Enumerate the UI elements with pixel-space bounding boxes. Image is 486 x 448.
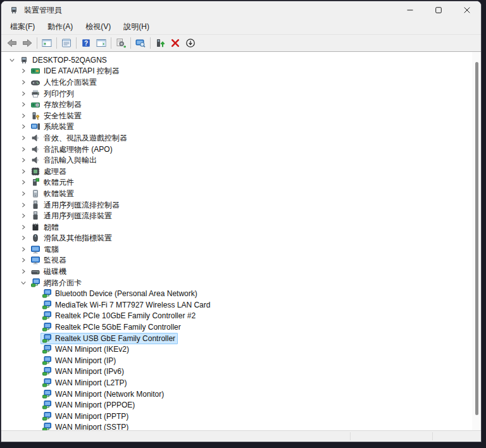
tree-item-box[interactable]: 網路介面卡 (29, 277, 84, 289)
tree-item-box[interactable]: WAN Miniport (PPTP) (40, 411, 131, 422)
tree-item-selected-box[interactable]: Realtek USB GbE Family Controller (40, 333, 178, 344)
scrollbar-thumb[interactable] (475, 62, 478, 415)
tree-item[interactable]: 音效、視訊及遊戲控制器 (1, 132, 481, 144)
tree-item-box[interactable]: WAN Miniport (L2TP) (40, 377, 130, 389)
chevron-collapsed-icon[interactable] (18, 244, 29, 254)
tree-item[interactable]: Realtek USB GbE Family Controller (1, 333, 481, 344)
tree-item-box[interactable]: 軟體裝置 (29, 188, 77, 199)
tree-item[interactable]: 存放控制器 (1, 99, 481, 110)
tree-item-box[interactable]: 處理器 (29, 166, 69, 177)
chevron-collapsed-icon[interactable] (18, 177, 29, 187)
minimize-button[interactable] (396, 1, 424, 19)
remote-search-button[interactable] (133, 36, 148, 50)
tree-item[interactable]: Bluetooth Device (Personal Area Network) (1, 288, 481, 299)
tree-item-box[interactable]: 人性化介面裝置 (29, 77, 99, 88)
properties-button[interactable] (59, 36, 74, 50)
tree-item[interactable]: Realtek PCIe 10GbE Family Controller #2 (1, 311, 481, 322)
tree-item[interactable]: IDE ATA/ATAPI 控制器 (1, 66, 481, 77)
chevron-collapsed-icon[interactable] (18, 155, 29, 165)
tree-item-box[interactable]: WAN Miniport (Network Monitor) (40, 389, 166, 400)
tree-item-box[interactable]: 軟體元件 (29, 177, 77, 188)
chevron-collapsed-icon[interactable] (18, 266, 29, 277)
tree-item[interactable]: DESKTOP-52QAGNS (1, 54, 481, 66)
disable-device-button[interactable] (183, 36, 198, 50)
tree-item-box[interactable]: 音訊處理物件 (APO) (29, 144, 115, 155)
chevron-collapsed-icon[interactable] (18, 121, 29, 132)
chevron-collapsed-icon[interactable] (18, 99, 29, 109)
chevron-collapsed-icon[interactable] (18, 222, 29, 232)
chevron-collapsed-icon[interactable] (18, 133, 29, 143)
tree-item-box[interactable]: WAN Miniport (PPPOE) (40, 399, 137, 411)
tree-item[interactable]: 監視器 (1, 255, 481, 266)
tree-item-box[interactable]: WAN Miniport (IKEv2) (40, 344, 132, 355)
chevron-collapsed-icon[interactable] (18, 211, 29, 221)
tree-item[interactable]: 軟體元件 (1, 177, 481, 189)
menu-item-view[interactable]: 檢視(V) (79, 20, 117, 34)
tree-item[interactable]: 列印佇列 (1, 88, 481, 99)
vertical-scrollbar[interactable] (472, 52, 481, 430)
menu-item-help[interactable]: 說明(H) (117, 20, 156, 34)
tree-item[interactable]: 通用序列匯流排控制器 (1, 199, 481, 211)
tree-item[interactable]: WAN Miniport (IKEv2) (1, 344, 481, 355)
tree-item-box[interactable]: 音效、視訊及遊戲控制器 (29, 132, 130, 144)
tree-item[interactable]: WAN Miniport (IP) (1, 355, 481, 366)
tree-item[interactable]: WAN Miniport (L2TP) (1, 377, 481, 389)
tree-item[interactable]: WAN Miniport (PPPOE) (1, 399, 481, 411)
tree-item[interactable]: 系統裝置 (1, 121, 481, 133)
chevron-expanded-icon[interactable] (18, 278, 29, 288)
tree-item-box[interactable]: WAN Miniport (IP) (40, 355, 118, 366)
tree-item[interactable]: 軟體裝置 (1, 188, 481, 199)
title-bar[interactable]: 裝置管理員 (1, 1, 481, 19)
tree-item-box[interactable]: 滑鼠及其他指標裝置 (29, 232, 115, 244)
chevron-collapsed-icon[interactable] (18, 189, 29, 199)
tree-item-box[interactable]: MediaTek Wi-Fi 7 MT7927 Wireless LAN Car… (40, 299, 213, 311)
tree-item[interactable]: Realtek PCIe 5GbE Family Controller (1, 321, 481, 333)
tree-item-box[interactable]: 韌體 (29, 221, 61, 233)
chevron-expanded-icon[interactable] (6, 55, 18, 65)
chevron-collapsed-icon[interactable] (18, 77, 29, 87)
uninstall-device-button[interactable] (168, 36, 183, 50)
tree-item[interactable]: 處理器 (1, 166, 481, 177)
tree-item[interactable]: WAN Miniport (SSTP) (1, 422, 481, 430)
tree-item-box[interactable]: IDE ATA/ATAPI 控制器 (29, 65, 122, 77)
tree-item[interactable]: 音訊處理物件 (APO) (1, 144, 481, 155)
tree-item-box[interactable]: 電腦 (29, 244, 61, 255)
back-button[interactable] (4, 36, 20, 50)
forward-button[interactable] (20, 36, 35, 50)
tree-item-box[interactable]: 存放控制器 (29, 99, 84, 110)
chevron-collapsed-icon[interactable] (18, 166, 29, 177)
menu-item-file[interactable]: 檔案(F) (4, 20, 41, 34)
tree-item[interactable]: 電腦 (1, 244, 481, 255)
chevron-collapsed-icon[interactable] (18, 200, 29, 210)
tree-item-box[interactable]: Bluetooth Device (Personal Area Network) (40, 288, 200, 299)
tree-item[interactable]: MediaTek Wi-Fi 7 MT7927 Wireless LAN Car… (1, 299, 481, 311)
tree-item[interactable]: 音訊輸入與輸出 (1, 154, 481, 166)
tree-item-box[interactable]: 列印佇列 (29, 88, 77, 99)
tree-item-box[interactable]: Realtek PCIe 10GbE Family Controller #2 (40, 310, 198, 321)
tree-item-box[interactable]: Realtek PCIe 5GbE Family Controller (40, 321, 184, 333)
tree-item[interactable]: 通用序列匯流排裝置 (1, 210, 481, 221)
menu-item-action[interactable]: 動作(A) (41, 20, 79, 34)
tree-item-box[interactable]: 通用序列匯流排裝置 (29, 210, 115, 221)
tree-item-box[interactable]: 通用序列匯流排控制器 (29, 199, 122, 211)
tree-item[interactable]: 安全性裝置 (1, 110, 481, 121)
show-console-tree-button[interactable] (39, 36, 54, 50)
action-pane-button[interactable] (94, 36, 109, 50)
tree-item-box[interactable]: 音訊輸入與輸出 (29, 154, 99, 166)
tree-item[interactable]: 韌體 (1, 221, 481, 233)
close-button[interactable] (452, 1, 481, 19)
tree-item[interactable]: 滑鼠及其他指標裝置 (1, 233, 481, 244)
help-button[interactable]: ? (78, 36, 94, 50)
tree-item[interactable]: 網路介面卡 (1, 277, 481, 289)
tree-item[interactable]: WAN Miniport (Network Monitor) (1, 389, 481, 400)
chevron-collapsed-icon[interactable] (18, 111, 29, 121)
chevron-collapsed-icon[interactable] (18, 89, 29, 99)
tree-item-box[interactable]: 系統裝置 (29, 121, 77, 132)
chevron-collapsed-icon[interactable] (18, 233, 29, 243)
tree-item[interactable]: WAN Miniport (PPTP) (1, 411, 481, 422)
tree-item-box[interactable]: WAN Miniport (IPv6) (40, 366, 127, 377)
tree-item-box[interactable]: DESKTOP-52QAGNS (18, 54, 109, 66)
tree-item[interactable]: WAN Miniport (IPv6) (1, 366, 481, 378)
scan-hardware-changes-button[interactable] (113, 36, 128, 50)
chevron-collapsed-icon[interactable] (18, 255, 29, 265)
